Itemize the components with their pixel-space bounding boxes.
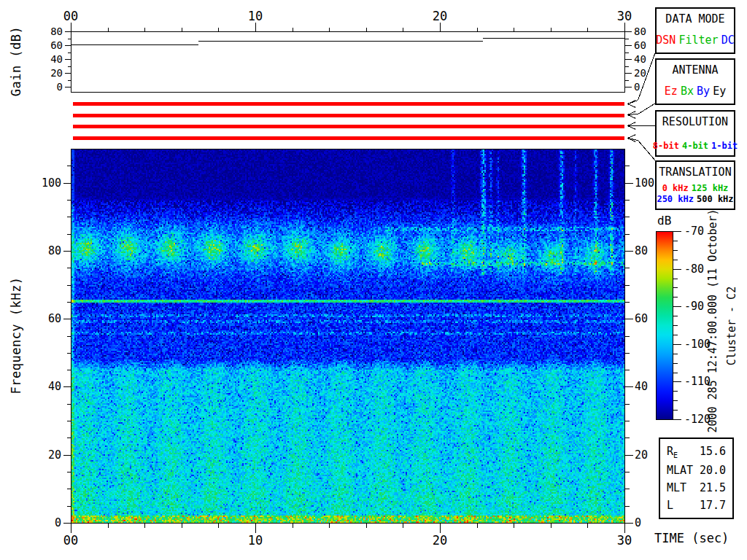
info-box-value: 4-bit <box>682 141 708 152</box>
ephemeris-value: 15.6 <box>700 445 726 459</box>
info-box-value-row: 250 kHz500 kHz <box>657 194 734 205</box>
gain-tick-label-left: 40 <box>50 53 63 65</box>
info-box-value: 500 kHz <box>697 194 734 205</box>
info-box-value-row: 0 kHz125 kHz <box>657 183 734 194</box>
ephemeris-label: RE <box>667 445 678 459</box>
time-tick-label-top: 20 <box>433 9 447 23</box>
gain-tick-label-left: 60 <box>50 39 63 51</box>
ephemeris-row: MLAT20.0 <box>660 464 732 477</box>
datetime-annotation: 2000 285 12:47:00.000 (11 October) <box>706 209 719 432</box>
ephemeris-label: MLAT <box>667 464 693 477</box>
time-tick-label-bottom: 10 <box>248 533 263 548</box>
colorbar-tick-label: -90 <box>684 300 704 313</box>
status-bar-4 <box>73 136 624 140</box>
info-box-value: Bx <box>681 85 694 98</box>
freq-tick-label-left: 40 <box>48 380 61 393</box>
gain-tick-label-right: 60 <box>634 39 646 51</box>
time-tick-label-top: 00 <box>63 9 78 23</box>
ephemeris-value: 20.0 <box>700 464 726 477</box>
gain-plot-frame <box>71 32 625 93</box>
arrowhead <box>628 115 636 119</box>
gain-tick-label-left: 20 <box>50 67 63 79</box>
arrowhead <box>628 101 636 104</box>
freq-tick-label-right: 0 <box>635 516 641 529</box>
freq-tick-label-right: 20 <box>635 448 648 462</box>
callout-line <box>638 104 656 114</box>
freq-tick-label-right: 80 <box>635 244 648 257</box>
time-tick-label-top: 30 <box>617 9 632 23</box>
info-box-value-row: EzBxByEy <box>657 85 734 98</box>
ephemeris-value: 17.7 <box>700 499 726 512</box>
status-bar-1 <box>73 102 624 106</box>
info-box-values: 8-bit4-bit1-bit <box>657 141 734 152</box>
arrowhead <box>628 135 636 139</box>
freq-tick-label-left: 100 <box>42 176 61 190</box>
freq-tick-label-left: 60 <box>48 312 61 325</box>
arrowhead <box>628 122 636 126</box>
info-box-value: 0 kHz <box>662 183 689 194</box>
freq-tick-label-right: 100 <box>635 176 654 190</box>
ephemeris-label-subscript: E <box>673 451 678 459</box>
ephemeris-row: L17.7 <box>660 499 732 512</box>
colorbar-tick-label: -80 <box>684 262 704 276</box>
spacecraft-annotation: Cluster - C2 <box>725 287 738 365</box>
time-tick-label-bottom: 00 <box>63 533 78 548</box>
info-box-value: Filter <box>678 34 718 47</box>
info-box-value: 1-bit <box>711 141 738 152</box>
info-box-values: DSNFilterDC <box>657 34 734 47</box>
arrowhead <box>628 126 636 130</box>
ephemeris-box: RE15.6MLAT20.0MLT21.5L17.7 <box>659 438 734 519</box>
time-tick-label-bottom: 20 <box>433 533 447 548</box>
freq-tick-label-left: 80 <box>48 244 61 257</box>
gain-axis-title: Gain (dB) <box>9 26 23 97</box>
gain-tick-label-right: 40 <box>634 53 646 65</box>
colorbar-title: dB <box>657 214 671 228</box>
time-axis-title: TIME (sec) <box>654 531 729 545</box>
ephemeris-label: MLT <box>667 481 686 494</box>
info-box-value: DSN <box>656 34 676 47</box>
ephemeris-row: MLT21.5 <box>660 481 732 494</box>
gain-tick-label-right: 20 <box>634 67 646 79</box>
gain-tick-label-right: 80 <box>634 26 646 37</box>
info-box-value: DC <box>721 34 735 47</box>
colorbar-tick-label: -70 <box>684 225 704 238</box>
info-box-values: 0 kHz125 kHz250 kHz500 kHz <box>657 183 734 205</box>
info-box-value: Ez <box>665 85 678 98</box>
arrowhead <box>628 104 636 108</box>
gain-tick-label-left: 80 <box>50 26 63 37</box>
spectrogram-canvas <box>71 149 624 523</box>
freq-tick-label-right: 40 <box>635 380 648 393</box>
freq-tick-label-left: 0 <box>55 516 61 529</box>
info-box-value: 250 kHz <box>657 194 694 205</box>
colorbar-gradient <box>656 231 673 420</box>
wbd-spectrogram-display: 0010203000202040406060808000202040406060… <box>0 0 747 560</box>
info-box-value: By <box>697 85 710 98</box>
ephemeris-row: RE15.6 <box>660 445 732 459</box>
frequency-axis-title: Frequency (kHz) <box>9 276 23 394</box>
time-tick-label-bottom: 30 <box>617 533 632 548</box>
info-box-value-row: DSNFilterDC <box>657 34 734 47</box>
gain-tick-label-right: 0 <box>634 81 640 93</box>
info-box-title: TRANSLATION <box>657 166 734 179</box>
info-box-value-row: 8-bit4-bit1-bit <box>657 141 734 152</box>
info-box-value: Ey <box>713 85 726 98</box>
info-box-resolution: RESOLUTION 8-bit4-bit1-bit <box>655 110 735 157</box>
info-box-translation: TRANSLATION 0 kHz125 kHz250 kHz500 kHz <box>655 160 735 210</box>
ephemeris-label: L <box>667 499 673 512</box>
freq-tick-label-right: 60 <box>635 312 648 325</box>
time-tick-label-top: 10 <box>248 9 263 23</box>
gain-tick-label-left: 0 <box>57 81 63 93</box>
info-box-value: 125 kHz <box>692 183 729 194</box>
info-box-value: 8-bit <box>653 141 679 152</box>
info-box-title: ANTENNA <box>657 63 734 77</box>
info-box-antenna: ANTENNA EzBxByEy <box>655 58 735 105</box>
freq-tick-label-left: 20 <box>48 448 61 462</box>
info-box-values: EzBxByEy <box>657 85 734 98</box>
info-box-title: DATA MODE <box>657 12 734 26</box>
status-bar-2 <box>73 114 624 117</box>
info-box-data-mode: DATA MODE DSNFilterDC <box>655 7 735 54</box>
info-box-title: RESOLUTION <box>657 115 734 128</box>
status-bar-3 <box>73 125 624 128</box>
ephemeris-value: 21.5 <box>700 481 726 494</box>
